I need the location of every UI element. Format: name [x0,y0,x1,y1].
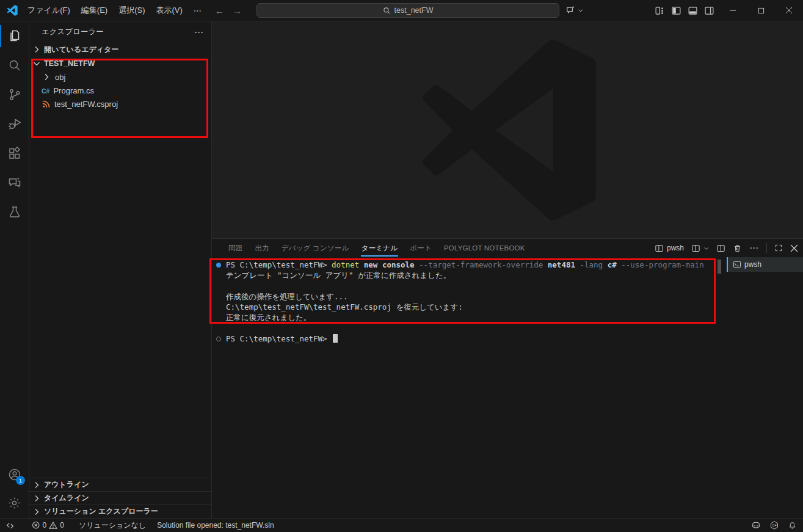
explorer-sidebar: エクスプローラー ⋯ 開いているエディター TEST_NETFW objC#Pr… [29,21,212,518]
file-row[interactable]: obj [29,70,211,84]
copilot-status-button[interactable] [747,520,765,530]
notifications-button[interactable] [783,521,803,530]
solution-status[interactable]: ソリューションなし [74,519,150,532]
terminal-text: PS C:\temp\test_netFW> [226,334,332,343]
search-icon [7,58,22,73]
file-row[interactable]: test_netFW.csproj [29,97,211,111]
csharp-icon: C# [42,86,49,95]
terminal-output[interactable]: PS C:\temp\test_netFW> dotnet new consol… [216,260,719,355]
problems-indicator[interactable]: 0 0 [27,519,68,532]
terminal-scrollbar[interactable] [718,260,721,274]
section-label: ソリューション エクスプローラー [44,506,158,517]
sidebar-item-search[interactable] [0,51,29,80]
terminal-tab-label: pwsh [744,260,761,269]
command-decoration-outline[interactable] [216,337,221,341]
terminal-line: テンプレート "コンソール アプリ" が正常に作成されました。 [226,270,719,280]
chevron-down-icon [32,59,42,68]
file-label: obj [55,73,65,82]
section-solution-explorer[interactable]: ソリューション エクスプローラー [29,505,211,518]
customize-layout-icon[interactable] [655,5,665,16]
terminal-profile-button[interactable]: pwsh [655,244,684,253]
vscode-watermark [416,38,599,222]
new-terminal-button[interactable] [691,244,709,253]
menu-item-selection[interactable]: 選択(S) [113,2,150,18]
terminal-text: --use-program-main [621,260,703,269]
menu-bar: ファイル(F)編集(E)選択(S)表示(V)⋯ [22,0,207,21]
maximize-panel-button[interactable] [774,244,783,252]
toggle-panel-icon[interactable] [688,5,698,16]
section-timeline[interactable]: タイムライン [29,491,211,505]
command-center-search[interactable]: test_netFW [256,3,559,18]
panel-tab-polyglot-notebook[interactable]: POLYGLOT NOTEBOOK [438,241,531,255]
terminal-line: PS C:\temp\test_netFW> dotnet new consol… [226,260,719,270]
toggle-sidebar-icon[interactable] [671,5,681,16]
terminal-text: PS C:\temp\test_netFW> [226,260,332,269]
sidebar-item-run-debug[interactable] [0,109,29,139]
panel-more-actions-button[interactable]: ⋯ [749,242,759,253]
sidebar-item-testing[interactable] [0,197,29,227]
csharp-status-button[interactable]: C# [765,520,783,530]
terminal-tab-list: pwsh [727,257,803,518]
file-label: test_netFW.csproj [54,100,118,109]
search-value: test_netFW [394,6,434,15]
open-editors-section[interactable]: 開いているエディター [29,43,211,56]
sidebar-item-chat[interactable] [0,168,29,197]
panel-tab-ports[interactable]: ポート [404,241,438,256]
divider [766,243,767,253]
chevron-right-icon [32,45,42,54]
terminal-line: 作成後の操作を処理しています... [226,291,719,302]
bell-icon [788,521,797,530]
sidebar-more-button[interactable]: ⋯ [194,27,204,38]
back-arrow-icon[interactable]: ← [215,5,224,16]
section-outline[interactable]: アウトライン [29,478,211,491]
file-label: Program.cs [53,86,93,95]
remote-indicator[interactable] [0,519,19,532]
terminal-text: 作成後の操作を処理しています... [226,292,348,301]
title-bar: ファイル(F)編集(E)選択(S)表示(V)⋯ ← → test_netFW [0,0,803,21]
panel-tab-problems[interactable]: 問題 [222,241,249,256]
sidebar-item-extensions[interactable] [0,139,29,168]
terminal-text: C:\temp\test_netFW\test_netFW.csproj を復元… [226,302,463,312]
terminal-cursor [333,334,338,343]
terminal-tab-pwsh[interactable]: pwsh [727,257,803,272]
split-terminal-icon [716,244,725,253]
chat-icon [7,175,22,190]
error-count: 0 [43,521,47,530]
status-message[interactable]: Solution file opened: test_netFW.sln [153,519,278,532]
copilot-status-icon [751,520,761,530]
settings-button[interactable] [0,489,29,517]
extensions-icon [7,146,22,161]
sidebar-bottom-sections: アウトラインタイムラインソリューション エクスプローラー [29,478,211,518]
close-panel-button[interactable] [790,244,798,252]
accounts-button[interactable]: 1 [0,461,29,489]
terminal-text: new console [359,260,419,269]
toggle-secondary-sidebar-icon[interactable] [704,5,714,16]
panel-tab-debug-console[interactable]: デバッグ コンソール [275,241,355,256]
menu-item-file[interactable]: ファイル(F) [22,2,76,18]
screen-full-icon [774,244,783,252]
vscode-logo [7,5,18,16]
minimize-icon[interactable] [719,0,747,21]
menu-item-view[interactable]: 表示(V) [151,2,188,18]
sidebar-item-explorer[interactable] [0,21,29,51]
svg-text:C#: C# [772,523,777,527]
sidebar-item-source-control[interactable] [0,80,29,109]
command-decoration-filled[interactable] [216,263,221,268]
copilot-menu-button[interactable] [565,5,584,15]
terminal-command-block: PS C:\temp\test_netFW> [216,333,719,344]
menu-item-more[interactable]: ⋯ [188,4,207,18]
split-terminal-button[interactable] [716,244,725,253]
maximize-icon[interactable] [747,0,775,21]
close-icon[interactable] [775,0,803,21]
remote-icon [5,521,15,530]
menu-item-edit[interactable]: 編集(E) [76,2,113,18]
panel-tab-terminal[interactable]: ターミナル [355,241,404,256]
file-row[interactable]: C#Program.cs [29,84,211,97]
chevron-right-icon [32,507,42,517]
section-label: アウトライン [44,479,89,490]
workspace-root-folder[interactable]: TEST_NETFW [29,57,211,70]
forward-arrow-icon[interactable]: → [233,5,242,16]
beaker-icon [7,205,22,219]
panel-tab-output[interactable]: 出力 [249,241,275,256]
kill-terminal-button[interactable] [733,244,742,253]
